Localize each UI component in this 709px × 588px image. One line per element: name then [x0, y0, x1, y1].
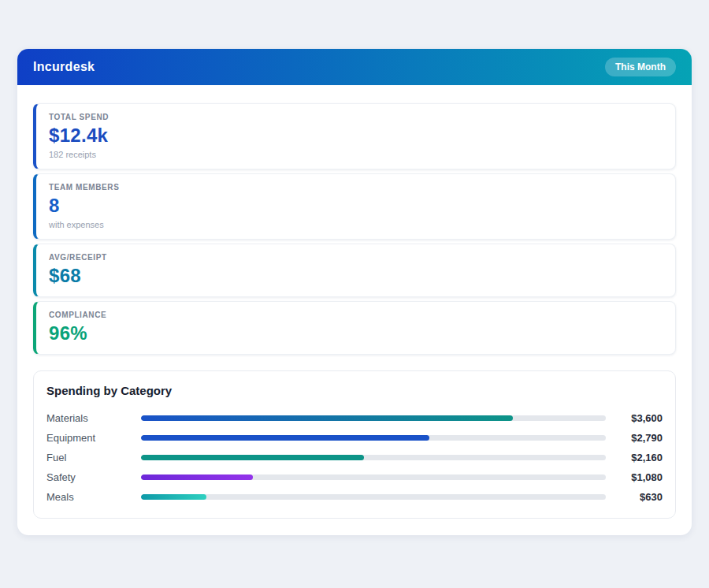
period-badge[interactable]: This Month — [605, 58, 676, 76]
stat-value: $68 — [49, 265, 663, 287]
category-row: Equipment $2,790 — [46, 428, 663, 448]
category-bar-track — [141, 415, 606, 421]
category-bar-fill — [141, 435, 429, 441]
stat-label: AVG/RECEIPT — [49, 253, 663, 262]
category-row: Safety $1,080 — [46, 467, 663, 487]
category-label: Safety — [46, 471, 141, 483]
spending-title: Spending by Category — [46, 384, 663, 397]
stat-sub: 182 receipts — [49, 150, 663, 159]
stat-card: TOTAL SPEND $12.4k 182 receipts — [33, 103, 676, 169]
stat-value: $12.4k — [49, 125, 663, 147]
stat-card: COMPLIANCE 96% — [33, 301, 676, 355]
category-bar-track — [141, 455, 606, 460]
category-amount: $2,790 — [614, 432, 663, 444]
category-bar-track — [141, 435, 606, 441]
stat-label: COMPLIANCE — [49, 311, 663, 319]
app-title: Incurdesk — [33, 60, 95, 74]
category-bar-track — [141, 494, 606, 500]
stat-value: 96% — [49, 322, 663, 344]
category-label: Meals — [46, 491, 141, 503]
category-row: Meals $630 — [46, 487, 663, 507]
app-header: Incurdesk This Month — [17, 49, 692, 85]
category-row: Materials $3,600 — [46, 408, 663, 428]
stat-card: AVG/RECEIPT $68 — [33, 244, 676, 297]
dashboard-content: TOTAL SPEND $12.4k 182 receipts TEAM MEM… — [17, 85, 692, 535]
category-amount: $1,080 — [614, 471, 663, 483]
stat-label: TOTAL SPEND — [49, 113, 663, 121]
category-label: Materials — [46, 412, 141, 424]
category-bar-track — [141, 474, 606, 480]
stat-card: TEAM MEMBERS 8 with expenses — [33, 173, 676, 240]
stats-list: TOTAL SPEND $12.4k 182 receipts TEAM MEM… — [33, 103, 676, 355]
stat-value: 8 — [49, 195, 663, 217]
expense-dashboard: Incurdesk This Month TOTAL SPEND $12.4k … — [17, 49, 692, 535]
category-row: Fuel $2,160 — [46, 448, 663, 467]
spending-by-category-card: Spending by Category Materials $3,600 Eq… — [33, 370, 676, 519]
category-label: Equipment — [46, 432, 141, 444]
stat-label: TEAM MEMBERS — [49, 183, 663, 192]
category-bar-fill — [141, 455, 364, 460]
category-label: Fuel — [46, 452, 141, 463]
category-list: Materials $3,600 Equipment $2,790 — [46, 408, 663, 507]
stat-sub: with expenses — [49, 220, 663, 229]
category-amount: $3,600 — [614, 412, 663, 424]
category-amount: $2,160 — [614, 452, 663, 463]
category-bar-fill — [141, 474, 253, 480]
category-bar-fill — [141, 415, 513, 421]
category-amount: $630 — [614, 491, 663, 503]
category-bar-fill — [141, 494, 206, 500]
